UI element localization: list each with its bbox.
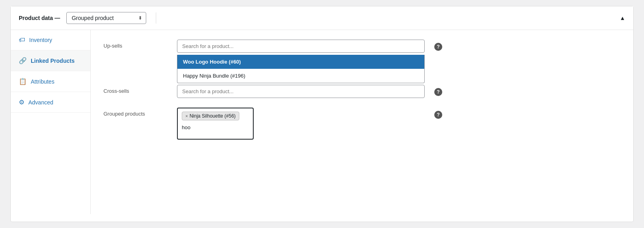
linked-products-icon: 🔗 xyxy=(19,57,27,64)
dropdown-item-happy-ninja-bundle[interactable]: Happy Ninja Bundle (#196) xyxy=(177,69,424,83)
tag-remove-icon[interactable]: × xyxy=(185,114,188,118)
sidebar-item-label-linked: Linked Products xyxy=(31,58,75,64)
inventory-icon: 🏷 xyxy=(19,36,25,44)
sidebar-item-label-attributes: Attributes xyxy=(31,78,54,85)
sidebar-item-linked-products[interactable]: 🔗 Linked Products xyxy=(11,50,90,71)
sidebar-item-attributes[interactable]: 📋 Attributes xyxy=(11,71,90,92)
dropdown-item-woo-logo-hoodie[interactable]: Woo Logo Hoodie (#60) xyxy=(177,55,424,69)
up-sells-input[interactable] xyxy=(177,40,425,53)
product-type-wrapper[interactable]: Simple productGrouped productExternal/Af… xyxy=(66,12,146,24)
product-data-panel: Product data — Simple productGrouped pro… xyxy=(10,6,634,222)
advanced-icon: ⚙ xyxy=(19,98,24,106)
up-sells-label: Up-sells xyxy=(103,40,167,49)
tag-ninja-silhouette[interactable]: × Ninja Silhouette (#56) xyxy=(182,112,239,120)
main-content: Up-sells Woo Logo Hoodie (#60) Happy Nin… xyxy=(91,30,633,214)
sidebar-item-advanced[interactable]: ⚙ Advanced xyxy=(11,92,90,113)
grouped-products-tag-input[interactable]: × Ninja Silhouette (#56) xyxy=(177,108,254,140)
cross-sells-label: Cross-sells xyxy=(103,85,167,94)
grouped-products-help-icon[interactable]: ? xyxy=(434,111,442,119)
tag-text: Ninja Silhouette (#56) xyxy=(189,113,235,119)
sidebar-item-label-inventory: Inventory xyxy=(29,37,52,43)
cross-sells-control xyxy=(177,85,425,98)
sidebar: 🏷 Inventory 🔗 Linked Products 📋 Attribut… xyxy=(11,30,91,214)
up-sells-row: Up-sells Woo Logo Hoodie (#60) Happy Nin… xyxy=(103,40,620,53)
product-data-label: Product data — xyxy=(19,15,60,21)
header-divider xyxy=(156,12,156,24)
cross-sells-input[interactable] xyxy=(177,85,425,98)
product-type-select[interactable]: Simple productGrouped productExternal/Af… xyxy=(66,12,146,24)
sidebar-item-inventory[interactable]: 🏷 Inventory xyxy=(11,30,90,50)
panel-header: Product data — Simple productGrouped pro… xyxy=(11,6,633,30)
attributes-icon: 📋 xyxy=(19,78,27,85)
up-sells-control: Woo Logo Hoodie (#60) Happy Ninja Bundle… xyxy=(177,40,425,53)
panel-header-left: Product data — Simple productGrouped pro… xyxy=(19,12,156,24)
sidebar-item-label-advanced: Advanced xyxy=(28,99,53,106)
grouped-products-control: × Ninja Silhouette (#56) xyxy=(177,108,425,140)
panel-body: 🏷 Inventory 🔗 Linked Products 📋 Attribut… xyxy=(11,30,633,214)
grouped-products-row: Grouped products × Ninja Silhouette (#56… xyxy=(103,108,620,140)
up-sells-help-icon[interactable]: ? xyxy=(434,43,442,51)
grouped-products-search-input[interactable] xyxy=(182,124,249,131)
collapse-button[interactable]: ▲ xyxy=(620,15,625,21)
cross-sells-row: Cross-sells ? xyxy=(103,85,620,98)
grouped-products-label: Grouped products xyxy=(103,108,167,117)
up-sells-dropdown: Woo Logo Hoodie (#60) Happy Ninja Bundle… xyxy=(177,55,425,83)
cross-sells-help-icon[interactable]: ? xyxy=(434,88,442,96)
